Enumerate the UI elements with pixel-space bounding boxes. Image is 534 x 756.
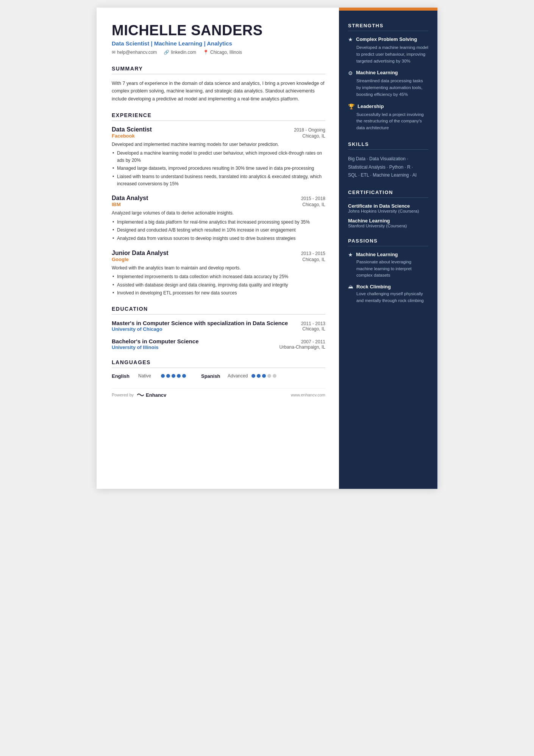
footer: Powered by Enhancv www.enhancv.com [112, 388, 325, 398]
bullet-item: Implemented a big data platform for real… [112, 219, 325, 226]
lang-dot [257, 374, 261, 378]
bullet-item: Liaised with teams to understand busines… [112, 173, 325, 187]
candidate-name: MICHELLE SANDERS [112, 23, 325, 39]
bullet-item: Assisted with database design and data c… [112, 282, 325, 289]
job-description: Analyzed large volumes of data to derive… [112, 210, 325, 217]
lang-dot [182, 374, 186, 378]
candidate-title: Data Scientist | Machine Learning | Anal… [112, 40, 325, 47]
bullet-item: Analyzed data from various sources to de… [112, 235, 325, 242]
skills-container: Big Data · Data Visualization ·Statistic… [348, 155, 428, 180]
strength-icon: ★ [348, 36, 353, 42]
job-bullets: Developed a machine learning model to pr… [112, 150, 325, 187]
bullet-item: Developed a machine learning model to pr… [112, 150, 325, 164]
passion-item: ★ Machine Learning Passionate about leve… [348, 252, 428, 279]
skill-line: SQL · ETL · Machine Learning · AI [348, 171, 428, 180]
lang-name: Spanish [201, 373, 224, 379]
lang-dot [177, 374, 181, 378]
passion-item: ⛰ Rock Climbing Love challenging myself … [348, 283, 428, 304]
edu-container: Master's in Computer Science with specia… [112, 320, 325, 350]
powered-by-label: Powered by [112, 393, 134, 397]
job-dates: 2013 - 2015 [301, 251, 325, 256]
email-info: ✉ help@enhancv.com [112, 50, 157, 55]
lang-dot [267, 374, 271, 378]
education-section: EDUCATION Master's in Computer Science w… [112, 306, 325, 350]
job-location: Chicago, IL [302, 202, 325, 207]
edu-location: Urbana-Champaign, IL [279, 344, 325, 350]
passion-icon: ★ [348, 252, 353, 258]
skill-line: Statistical Analysis · Python · R · [348, 163, 428, 172]
lang-dots [161, 374, 186, 378]
cert-org: Stanford University (Coursera) [348, 224, 428, 228]
strength-name: Complex Problem Solving [356, 36, 417, 43]
passion-desc: Love challenging myself physically and m… [348, 291, 428, 304]
strength-name: Machine Learning [356, 70, 398, 76]
header: MICHELLE SANDERS Data Scientist | Machin… [112, 23, 325, 55]
footer-url: www.enhancv.com [291, 393, 325, 397]
strength-item: 🏆 Leadership Successfully led a project … [348, 103, 428, 131]
job-bullets: Implemented a big data platform for real… [112, 219, 325, 242]
bullet-item: Implemented improvements to data collect… [112, 273, 325, 280]
linkedin-info: 🔗 linkedin.com [164, 50, 196, 55]
summary-title: SUMMARY [112, 66, 325, 74]
job-item: Data Scientist 2018 - Ongoing Facebook C… [112, 126, 325, 188]
job-company: Facebook [112, 133, 135, 139]
job-description: Developed and implemented machine learni… [112, 141, 325, 148]
lang-dot [161, 374, 165, 378]
bullet-item: Designed and conducted A/B testing which… [112, 227, 325, 234]
lang-name: English [112, 373, 134, 379]
edu-item: Master's in Computer Science with specia… [112, 320, 325, 332]
experience-section: EXPERIENCE Data Scientist 2018 - Ongoing… [112, 112, 325, 297]
passions-container: ★ Machine Learning Passionate about leve… [348, 252, 428, 304]
passion-icon: ⛰ [348, 283, 353, 290]
strengths-container: ★ Complex Problem Solving Developed a ma… [348, 36, 428, 131]
bullet-item: Involved in developing ETL processes for… [112, 290, 325, 297]
strengths-title: STRENGTHS [348, 23, 428, 31]
job-company: IBM [112, 202, 121, 207]
certification-section: CERTIFICATION Certificate in Data Scienc… [348, 189, 428, 228]
location-icon: 📍 [203, 50, 209, 55]
job-location: Chicago, IL [302, 257, 325, 262]
lang-dot [262, 374, 266, 378]
job-location: Chicago, IL [302, 133, 325, 139]
job-description: Worked with the analytics team to mainta… [112, 265, 325, 272]
lang-dot [172, 374, 175, 378]
edu-dates: 2007 - 2011 [301, 339, 325, 344]
strength-icon: ⚙ [348, 70, 353, 76]
cert-item: Certificate in Data Science Johns Hopkin… [348, 203, 428, 213]
lang-container: English Native Spanish Advanced [112, 373, 325, 379]
contact-info: ✉ help@enhancv.com 🔗 linkedin.com 📍 Chic… [112, 50, 325, 55]
edu-item: Bachelor's in Computer Science 2007 - 20… [112, 338, 325, 350]
skills-title: SKILLS [348, 141, 428, 150]
languages-title: LANGUAGES [112, 359, 325, 368]
job-item: Data Analyst 2015 - 2018 IBM Chicago, IL… [112, 195, 325, 242]
lang-item: Spanish Advanced [201, 373, 276, 379]
lang-dot [273, 374, 276, 378]
cert-item: Machine Learning Stanford University (Co… [348, 218, 428, 228]
link-icon: 🔗 [164, 50, 169, 55]
strength-desc: Streamlined data processing tasks by imp… [348, 78, 428, 98]
summary-section: SUMMARY With 7 years of experience in th… [112, 66, 325, 103]
edu-degree: Master's in Computer Science with specia… [112, 320, 301, 326]
strength-icon: 🏆 [348, 103, 354, 110]
edu-school: University of Chicago [112, 326, 162, 332]
cert-name: Certificate in Data Science [348, 203, 428, 209]
education-title: EDUCATION [112, 306, 325, 315]
lang-item: English Native [112, 373, 186, 379]
edu-school: University of Illinois [112, 344, 159, 350]
experience-title: EXPERIENCE [112, 112, 325, 121]
skills-section: SKILLS Big Data · Data Visualization ·St… [348, 141, 428, 180]
lang-dot [251, 374, 255, 378]
passion-name: Rock Climbing [356, 284, 391, 290]
strength-desc: Successfully led a project involving the… [348, 111, 428, 131]
email-icon: ✉ [112, 50, 116, 55]
jobs-container: Data Scientist 2018 - Ongoing Facebook C… [112, 126, 325, 297]
cert-name: Machine Learning [348, 218, 428, 224]
cert-container: Certificate in Data Science Johns Hopkin… [348, 203, 428, 228]
strength-item: ★ Complex Problem Solving Developed a ma… [348, 36, 428, 64]
edu-degree: Bachelor's in Computer Science [112, 338, 301, 344]
skill-line: Big Data · Data Visualization · [348, 155, 428, 163]
passion-desc: Passionate about leveraging machine lear… [348, 259, 428, 279]
job-bullets: Implemented improvements to data collect… [112, 273, 325, 297]
job-role: Data Analyst [112, 195, 148, 202]
bullet-item: Managed large datasets, improved procedu… [112, 165, 325, 172]
